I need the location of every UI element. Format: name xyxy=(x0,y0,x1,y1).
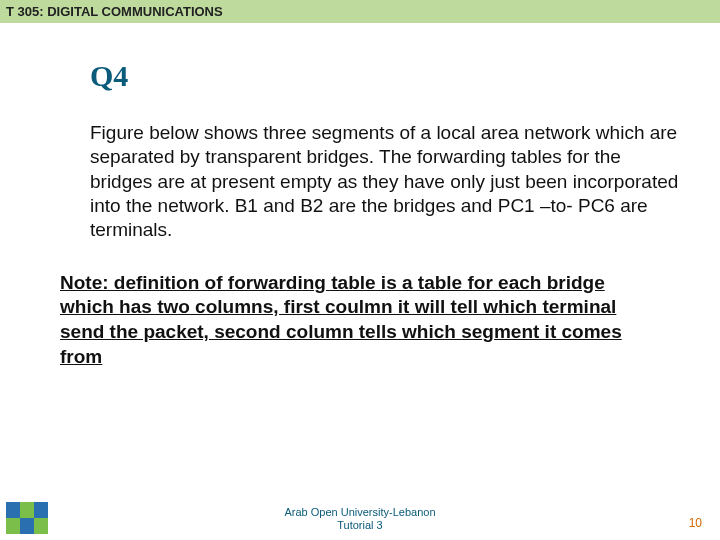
footer-institution: Arab Open University-Lebanon xyxy=(284,506,435,518)
page-number: 10 xyxy=(689,516,702,530)
question-body: Figure below shows three segments of a l… xyxy=(90,121,680,243)
course-header: T 305: DIGITAL COMMUNICATIONS xyxy=(0,0,720,23)
slide-content: Q4 Figure below shows three segments of … xyxy=(0,23,720,369)
slide-footer: Arab Open University-Lebanon Tutorial 3 xyxy=(0,506,720,532)
note-definition: Note: definition of forwarding table is … xyxy=(60,271,680,370)
footer-subtitle: Tutorial 3 xyxy=(337,519,382,531)
question-number: Q4 xyxy=(90,59,680,93)
course-code: T 305: DIGITAL COMMUNICATIONS xyxy=(6,4,223,19)
